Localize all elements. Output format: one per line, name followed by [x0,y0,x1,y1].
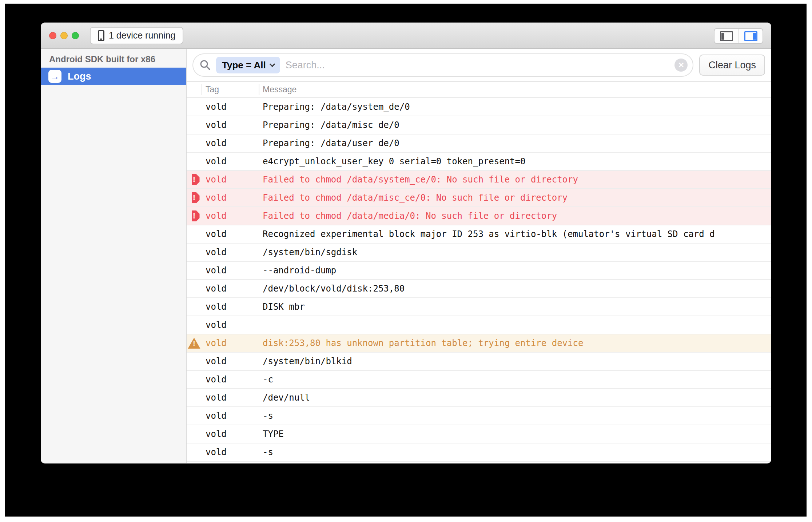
message-cell: /dev/null [259,393,771,403]
close-button[interactable] [49,32,56,39]
tag-cell: vold [202,120,259,130]
message-cell: -c [259,374,771,385]
traffic-lights [49,32,79,39]
table-row[interactable]: vold -s [187,407,771,425]
tag-cell: vold [202,356,259,366]
table-row[interactable]: vold Failed to chmod /data/misc_ce/0: No… [187,189,771,207]
tag-cell: vold [202,247,259,257]
severity-cell [187,338,202,349]
error-icon [189,192,200,203]
message-cell: /system/bin/sgdisk [259,247,771,257]
message-cell: disk:253,80 has unknown partition table;… [259,338,771,348]
search-input[interactable] [286,60,669,71]
tag-cell: vold [202,411,259,421]
tag-cell: vold [202,302,259,312]
titlebar: 1 device running [41,23,771,49]
table-row[interactable]: vold Failed to chmod /data/system_ce/0: … [187,171,771,189]
message-cell: Preparing: /data/system_de/0 [259,102,771,112]
tag-cell: vold [202,265,259,276]
sidebar-item-label: Logs [68,71,91,82]
device-name-header: Android SDK built for x86 [41,49,186,64]
tag-column-header: Tag [202,82,259,97]
tag-cell: vold [202,102,259,112]
phone-icon [98,30,104,41]
message-cell: Preparing: /data/misc_de/0 [259,120,771,130]
panel-toggle-group [714,28,763,44]
message-column-header: Message [259,82,771,97]
message-cell: -s [259,447,771,457]
table-row[interactable]: vold Preparing: /data/system_de/0 [187,98,771,116]
table-row[interactable]: vold disk:253,80 has unknown partition t… [187,334,771,353]
zoom-button[interactable] [72,32,79,39]
clear-logs-button[interactable]: Clear Logs [699,55,765,76]
table-row[interactable]: vold [187,316,771,334]
tag-cell: vold [202,393,259,403]
severity-cell [187,174,202,185]
table-row[interactable]: vold Failed to chmod /data/media/0: No s… [187,207,771,225]
toggle-left-panel-button[interactable] [715,29,739,43]
warning-icon [188,338,200,349]
message-cell: Preparing: /data/user_de/0 [259,138,771,148]
tag-cell: vold [202,429,259,439]
sidebar-left-icon [720,31,733,41]
clear-search-icon[interactable]: ✕ [674,59,688,72]
tag-cell: vold [202,320,259,330]
severity-cell [187,210,202,221]
search-icon [200,60,211,71]
tag-cell: vold [202,229,259,239]
error-icon [189,174,200,185]
severity-cell [187,192,202,203]
tag-cell: vold [202,447,259,457]
toggle-right-panel-button[interactable] [739,29,763,43]
message-cell: Recognized experimental block major ID 2… [259,229,771,239]
search-field[interactable]: Type = All ✕ [192,53,693,77]
logs-panel: Type = All ✕ Clear Logs Tag Message vold… [187,49,771,463]
table-row[interactable]: vold /system/bin/sgdisk [187,244,771,262]
message-cell: Failed to chmod /data/misc_ce/0: No such… [259,193,771,203]
toolbar: Type = All ✕ Clear Logs [187,49,771,82]
table-row[interactable]: vold --android-dump [187,262,771,280]
message-cell: TYPE [259,429,771,439]
table-row[interactable]: vold Preparing: /data/misc_de/0 [187,116,771,134]
sidebar-item-logs[interactable]: → Logs [41,68,186,85]
message-cell: e4crypt_unlock_user_key 0 serial=0 token… [259,156,771,166]
message-cell: Failed to chmod /data/system_ce/0: No su… [259,174,771,185]
arrow-right-icon: → [48,70,61,83]
message-cell: DISK mbr [259,302,771,312]
table-row[interactable]: vold /dev/block/vold/disk:253,80 [187,280,771,298]
message-cell: /system/bin/blkid [259,356,771,366]
sidebar: Android SDK built for x86 → Logs [41,49,187,463]
tag-cell: vold [202,374,259,385]
table-row[interactable]: vold /system/bin/blkid [187,353,771,371]
message-cell: /dev/block/vold/disk:253,80 [259,284,771,294]
table-row[interactable]: vold TYPE [187,425,771,443]
tag-cell: vold [202,284,259,294]
type-filter-token[interactable]: Type = All [216,57,280,73]
device-running-button[interactable]: 1 device running [90,27,183,44]
table-row[interactable]: vold /dev/null [187,389,771,407]
tag-cell: vold [202,338,259,348]
table-row[interactable]: vold Recognized experimental block major… [187,225,771,244]
tag-cell: vold [202,211,259,221]
tag-cell: vold [202,193,259,203]
sidebar-right-icon [744,31,757,41]
message-cell: --android-dump [259,265,771,276]
log-rows: vold Preparing: /data/system_de/0 vold P… [187,98,771,463]
message-cell: Failed to chmod /data/media/0: No such f… [259,211,771,221]
table-header: Tag Message [187,82,771,98]
error-icon [189,210,200,221]
table-row[interactable]: vold Preparing: /data/user_de/0 [187,134,771,153]
tag-cell: vold [202,156,259,166]
device-logs-window: 1 device running Android SDK built for x… [41,23,771,463]
table-row[interactable]: vold DISK mbr [187,298,771,316]
minimize-button[interactable] [60,32,68,39]
table-row[interactable]: vold -c [187,371,771,389]
tag-cell: vold [202,138,259,148]
table-row[interactable]: vold -s [187,443,771,462]
table-row[interactable]: vold e4crypt_unlock_user_key 0 serial=0 … [187,153,771,171]
type-filter-label: Type = All [222,60,266,71]
device-running-label: 1 device running [109,30,175,41]
tag-cell: vold [202,174,259,185]
message-cell: -s [259,411,771,421]
chevron-down-icon [269,61,275,67]
